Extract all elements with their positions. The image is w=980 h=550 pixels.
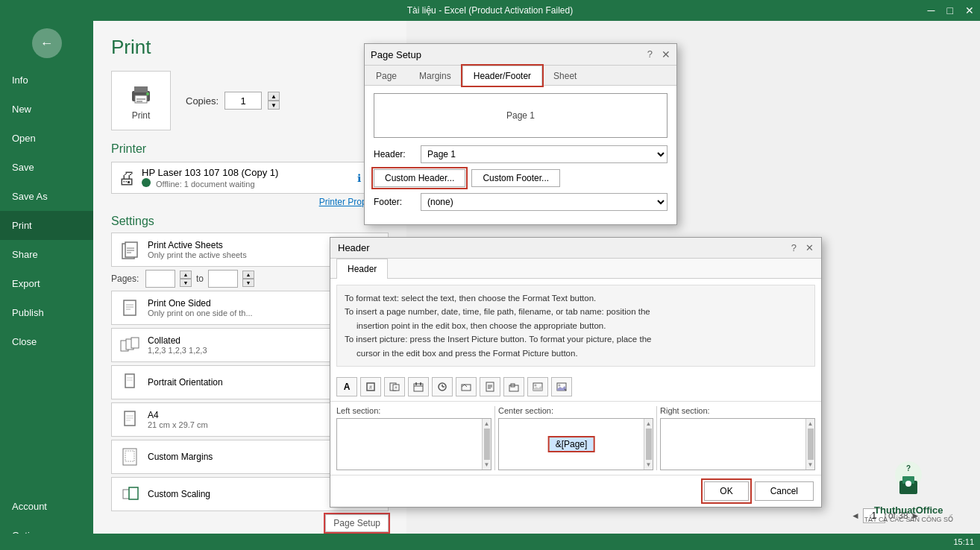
insert-date-btn[interactable] [408, 377, 429, 396]
sections-area: Left section: ▲ ▼ Center section: [330, 402, 821, 475]
insert-filename-btn[interactable] [480, 377, 500, 396]
page-setup-controls: ? ✕ [647, 48, 670, 60]
header-dialog-controls: ? ✕ [791, 242, 814, 253]
left-section-label: Left section: [336, 406, 491, 415]
header-dialog-help[interactable]: ? [791, 242, 797, 253]
center-section-inner: &[Page] [499, 419, 644, 470]
center-section-outer: &[Page] ▲ ▼ [498, 418, 653, 470]
right-scroll: ▲ ▼ [805, 419, 814, 470]
header-tab[interactable]: Header [336, 259, 388, 279]
instruction-2b: insertion point in the edit box, then ch… [345, 319, 807, 332]
header-dialog-titlebar: Header ? ✕ [330, 238, 821, 259]
header-tabs: Header [330, 259, 821, 279]
header-field-row: Header: Page 1 [374, 145, 668, 163]
instruction-2: To insert a page number, date, time, fil… [345, 305, 807, 318]
header-dialog-title: Header [338, 242, 370, 253]
insert-path-btn[interactable] [456, 377, 477, 396]
svg-rect-43 [420, 382, 421, 385]
page-setup-close[interactable]: ✕ [662, 48, 670, 60]
page-setup-help[interactable]: ? [647, 48, 653, 60]
header-dialog-footer: OK Cancel [330, 475, 821, 507]
custom-buttons-row: Custom Header... Custom Footer... [374, 169, 668, 187]
svg-point-57 [559, 384, 561, 386]
instruction-1: To format text: select the text, then ch… [345, 291, 807, 305]
page-setup-title: Page Setup [371, 49, 421, 60]
format-picture-btn[interactable] [551, 377, 572, 396]
header-dialog-close[interactable]: ✕ [805, 242, 814, 253]
insert-time-btn[interactable] [432, 377, 453, 396]
center-section-label: Center section: [498, 406, 653, 415]
header-preview: Page 1 [374, 93, 668, 138]
page-setup-body: Page 1 Header: Page 1 Custom Header... C… [365, 86, 676, 224]
header-dialog: Header ? ✕ Header To format text: select… [330, 237, 822, 508]
right-section-outer: ▲ ▼ [660, 418, 815, 470]
left-section-col: Left section: ▲ ▼ [336, 406, 491, 470]
tab-margins[interactable]: Margins [408, 66, 462, 86]
footer-label: Footer: [374, 197, 415, 207]
window-title: Tài liệu - Excel (Product Activation Fai… [407, 5, 573, 16]
instructions-area: To format text: select the text, then ch… [336, 285, 815, 367]
tab-sheet[interactable]: Sheet [542, 66, 588, 86]
custom-footer-btn[interactable]: Custom Footer... [471, 169, 560, 187]
insert-page-btn[interactable]: # [360, 377, 381, 396]
right-section-col: Right section: ▲ ▼ [660, 406, 815, 470]
header-label: Header: [374, 149, 415, 159]
close-btn[interactable]: ✕ [965, 3, 974, 18]
dialog-overlay: Page Setup ? ✕ Page Margins Header/Foote… [0, 21, 980, 550]
right-section-inner [661, 419, 805, 470]
preview-page-label: Page 1 [506, 110, 535, 121]
center-section-col: Center section: &[Page] ▲ ▼ [498, 406, 653, 470]
title-bar: Tài liệu - Excel (Product Activation Fai… [0, 0, 980, 21]
svg-rect-40 [414, 384, 423, 391]
svg-point-55 [535, 384, 537, 386]
center-scroll: ▲ ▼ [644, 419, 653, 470]
header-toolbar: A # # [330, 373, 821, 402]
format-text-btn[interactable]: A [336, 377, 357, 396]
footer-select[interactable]: (none) [421, 193, 668, 211]
section-divider-1 [494, 406, 495, 470]
left-section-outer: ▲ ▼ [336, 418, 491, 470]
instruction-3b: cursor in the edit box and press the For… [345, 347, 807, 360]
svg-rect-42 [415, 382, 417, 385]
cancel-button[interactable]: Cancel [755, 481, 814, 501]
left-section-textarea[interactable] [337, 419, 482, 470]
window-controls: ─ □ ✕ [928, 3, 974, 18]
insert-picture-btn[interactable] [527, 377, 548, 396]
section-divider-2 [656, 406, 657, 470]
page-setup-tabs: Page Margins Header/Footer Sheet [365, 66, 676, 86]
footer-field-row: Footer: (none) [374, 193, 668, 211]
minimize-btn[interactable]: ─ [928, 3, 935, 18]
tab-headerfooter[interactable]: Header/Footer [462, 66, 542, 86]
custom-header-btn[interactable]: Custom Header... [374, 169, 465, 187]
left-section-inner [337, 419, 482, 470]
ok-button[interactable]: OK [704, 481, 748, 501]
maximize-btn[interactable]: □ [947, 3, 953, 18]
instruction-3: To insert picture: press the Insert Pict… [345, 332, 807, 346]
insert-pages-btn[interactable]: # [384, 377, 405, 396]
center-section-textarea[interactable] [499, 419, 644, 470]
svg-text:#: # [369, 385, 372, 390]
right-section-textarea[interactable] [661, 419, 805, 470]
right-section-label: Right section: [660, 406, 815, 415]
tab-page[interactable]: Page [365, 66, 408, 86]
page-setup-dialog: Page Setup ? ✕ Page Margins Header/Foote… [364, 43, 677, 225]
header-select[interactable]: Page 1 [421, 145, 668, 163]
insert-tab-btn[interactable] [503, 377, 524, 396]
left-scroll: ▲ ▼ [482, 419, 491, 470]
page-setup-titlebar: Page Setup ? ✕ [365, 44, 676, 66]
